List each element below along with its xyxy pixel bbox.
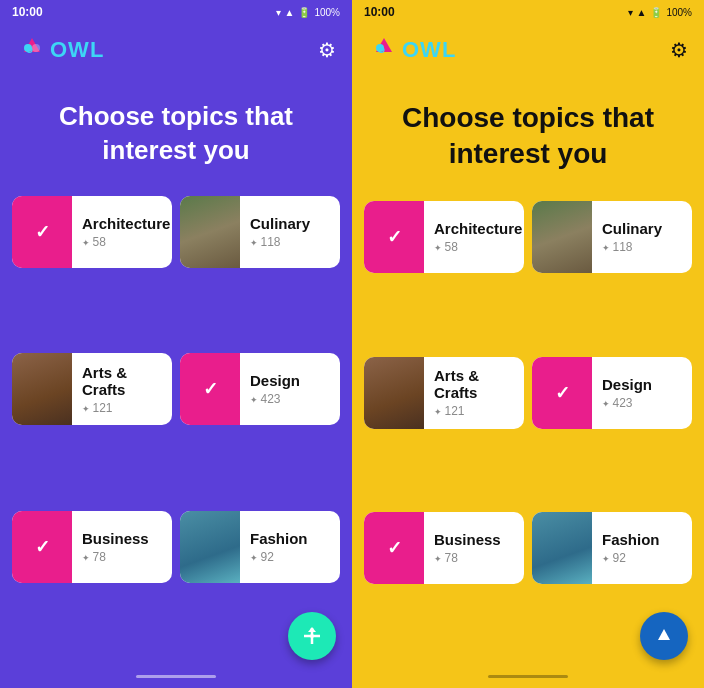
fab-left[interactable] — [288, 612, 336, 660]
topic-thumb-business-left: ✓ — [12, 511, 72, 583]
topic-thumb-culinary-left — [180, 196, 240, 268]
right-screen: 10:00 ▾ ▲ 🔋 100% O OWL ⚙ Choose topics t… — [352, 0, 704, 688]
battery-text-right: 100% — [666, 7, 692, 18]
topic-name-fashion-left: Fashion — [250, 530, 330, 547]
heading-text-right: Choose topics that interest you — [384, 100, 672, 173]
check-architecture-left: ✓ — [35, 221, 50, 243]
topic-card-fashion-right[interactable]: Fashion 92 — [532, 512, 692, 584]
topic-name-culinary-right: Culinary — [602, 220, 682, 237]
svg-point-2 — [32, 44, 40, 52]
topic-name-business-left: Business — [82, 530, 162, 547]
topic-thumb-business-right: ✓ — [364, 512, 424, 584]
top-bar-right: O OWL ⚙ — [352, 24, 704, 76]
topic-name-design-left: Design — [250, 372, 330, 389]
svg-text:O: O — [378, 45, 385, 55]
topic-info-architecture-right: Architecture 58 — [424, 212, 524, 262]
fab-right[interactable] — [640, 612, 688, 660]
topic-card-arts-right[interactable]: Arts & Crafts 121 — [364, 357, 524, 429]
topic-card-architecture-right[interactable]: ✓ Architecture 58 — [364, 201, 524, 273]
topic-card-design-right[interactable]: ✓ Design 423 — [532, 357, 692, 429]
topic-card-arts-left[interactable]: Arts & Crafts 121 — [12, 353, 172, 425]
fab-icon-left — [302, 626, 322, 646]
fab-icon-right — [654, 626, 674, 646]
topic-info-culinary-left: Culinary 118 — [240, 207, 340, 257]
battery-icon-right: 🔋 — [650, 7, 662, 18]
topic-name-arts-left: Arts & Crafts — [82, 364, 162, 398]
bottom-line-left — [136, 675, 216, 678]
topic-count-fashion-left: 92 — [250, 550, 330, 564]
logo-icon-right: O — [368, 34, 400, 66]
topic-thumb-architecture-right: ✓ — [364, 201, 424, 273]
battery-icon: 🔋 — [298, 7, 310, 18]
topic-card-business-right[interactable]: ✓ Business 78 — [364, 512, 524, 584]
logo-left: O OWL — [16, 34, 104, 66]
topic-name-business-right: Business — [434, 531, 514, 548]
heading-section-left: Choose topics that interest you — [0, 76, 352, 188]
status-icons-left: ▾ ▲ 🔋 100% — [276, 7, 340, 18]
topic-card-fashion-left[interactable]: Fashion 92 — [180, 511, 340, 583]
check-architecture-right: ✓ — [387, 226, 402, 248]
bottom-line-right — [488, 675, 568, 678]
topic-thumb-fashion-right — [532, 512, 592, 584]
topic-card-culinary-right[interactable]: Culinary 118 — [532, 201, 692, 273]
top-bar-left: O OWL ⚙ — [0, 24, 352, 76]
battery-text: 100% — [314, 7, 340, 18]
settings-icon-left[interactable]: ⚙ — [318, 38, 336, 62]
topic-info-business-right: Business 78 — [424, 523, 524, 573]
topic-thumb-arts-right — [364, 357, 424, 429]
topic-count-culinary-right: 118 — [602, 240, 682, 254]
topic-name-culinary-left: Culinary — [250, 215, 330, 232]
topic-count-arts-left: 121 — [82, 401, 162, 415]
topic-thumb-design-left: ✓ — [180, 353, 240, 425]
status-bar-left: 10:00 ▾ ▲ 🔋 100% — [0, 0, 352, 24]
svg-text:O: O — [26, 45, 33, 55]
bottom-bar-right — [352, 668, 704, 688]
check-business-left: ✓ — [35, 536, 50, 558]
topic-card-business-left[interactable]: ✓ Business 78 — [12, 511, 172, 583]
topic-info-arts-right: Arts & Crafts 121 — [424, 359, 524, 426]
topic-count-fashion-right: 92 — [602, 551, 682, 565]
wifi-icon: ▾ — [276, 7, 281, 18]
topic-card-culinary-left[interactable]: Culinary 118 — [180, 196, 340, 268]
logo-right: O OWL — [368, 34, 456, 66]
topic-count-architecture-left: 58 — [82, 235, 170, 249]
status-icons-right: ▾ ▲ 🔋 100% — [628, 7, 692, 18]
topics-grid-right: ✓ Architecture 58 Culinary 118 Arts & Cr… — [352, 193, 704, 668]
logo-text-right: OWL — [402, 37, 456, 63]
topic-card-architecture-left[interactable]: ✓ Architecture 58 — [12, 196, 172, 268]
topic-count-culinary-left: 118 — [250, 235, 330, 249]
left-screen: 10:00 ▾ ▲ 🔋 100% O OWL ⚙ Choose topics t… — [0, 0, 352, 688]
signal-icon: ▲ — [285, 7, 295, 18]
status-bar-right: 10:00 ▾ ▲ 🔋 100% — [352, 0, 704, 24]
topic-count-business-right: 78 — [434, 551, 514, 565]
topic-name-architecture-left: Architecture — [82, 215, 170, 232]
topic-name-fashion-right: Fashion — [602, 531, 682, 548]
settings-icon-right[interactable]: ⚙ — [670, 38, 688, 62]
topic-card-design-left[interactable]: ✓ Design 423 — [180, 353, 340, 425]
topic-count-architecture-right: 58 — [434, 240, 522, 254]
topic-info-fashion-right: Fashion 92 — [592, 523, 692, 573]
topic-thumb-fashion-left — [180, 511, 240, 583]
bottom-bar-left — [0, 668, 352, 688]
topic-thumb-design-right: ✓ — [532, 357, 592, 429]
topic-name-architecture-right: Architecture — [434, 220, 522, 237]
check-design-right: ✓ — [555, 382, 570, 404]
svg-marker-7 — [308, 627, 316, 632]
heading-section-right: Choose topics that interest you — [352, 76, 704, 193]
check-design-left: ✓ — [203, 378, 218, 400]
topic-thumb-arts-left — [12, 353, 72, 425]
topic-name-design-right: Design — [602, 376, 682, 393]
topic-thumb-culinary-right — [532, 201, 592, 273]
topic-info-fashion-left: Fashion 92 — [240, 522, 340, 572]
svg-marker-11 — [658, 629, 670, 640]
topic-info-design-left: Design 423 — [240, 364, 340, 414]
wifi-icon-right: ▾ — [628, 7, 633, 18]
heading-text-left: Choose topics that interest you — [32, 100, 320, 168]
check-business-right: ✓ — [387, 537, 402, 559]
logo-text-left: OWL — [50, 37, 104, 63]
topic-info-culinary-right: Culinary 118 — [592, 212, 692, 262]
topic-info-arts-left: Arts & Crafts 121 — [72, 356, 172, 423]
topic-count-design-right: 423 — [602, 396, 682, 410]
topics-grid-left: ✓ Architecture 58 Culinary 118 Arts & Cr… — [0, 188, 352, 668]
topic-count-business-left: 78 — [82, 550, 162, 564]
